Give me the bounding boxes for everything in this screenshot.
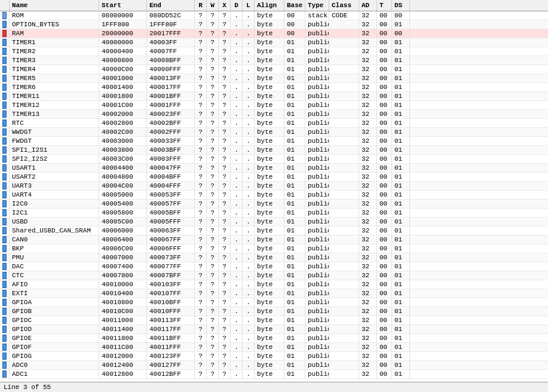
row-class (329, 155, 359, 163)
row-x: ? (219, 182, 231, 190)
row-class (329, 307, 359, 316)
row-l: . (243, 209, 255, 217)
table-row[interactable]: TIMER1240001C0040001FFF???..byte01public… (0, 101, 548, 110)
row-x: ? (219, 65, 231, 74)
header-x[interactable]: X (219, 0, 231, 11)
header-ad[interactable]: AD (359, 0, 377, 11)
row-class (329, 164, 359, 172)
row-class (329, 316, 359, 324)
header-name[interactable]: Name (10, 0, 99, 11)
table-row[interactable]: ADC040012400400127FF???..byte01public320… (0, 361, 548, 370)
table-row[interactable]: ROM08000000080DD52C???..byte00stackCODE3… (0, 11, 548, 20)
row-ad: 32 (359, 343, 377, 351)
row-icon-cell (0, 119, 10, 127)
table-row[interactable]: GPIOC40011000400113FF???..byte01public32… (0, 316, 548, 325)
table-row[interactable]: RAM2000000020017FFF???..byte00public3200… (0, 29, 548, 38)
table-row[interactable]: TIMER540001000400013FF???..byte01public3… (0, 74, 548, 83)
table-row[interactable]: TIMER34000080040008BFF???..byte01public3… (0, 56, 548, 65)
row-l: . (243, 173, 255, 181)
table-body[interactable]: ROM08000000080DD52C???..byte00stackCODE3… (0, 11, 548, 382)
table-row[interactable]: DAC40007400400077FF???..byte01public3200… (0, 262, 548, 271)
table-row[interactable]: TIMER1340002000400023FF???..byte01public… (0, 110, 548, 119)
table-row[interactable]: FWDGT40003000400033FF???..byte01public32… (0, 137, 548, 146)
header-ds[interactable]: DS (392, 0, 410, 11)
row-x: ? (219, 325, 231, 333)
row-ds: 01 (392, 298, 410, 307)
table-row[interactable]: Shared_USBD_CAN_SRAM40006000400063FF???.… (0, 226, 548, 235)
table-row[interactable]: TIMER24000040040007FF???..byte01public32… (0, 47, 548, 56)
row-ad: 32 (359, 307, 377, 316)
header-start[interactable]: Start (99, 0, 147, 11)
table-row[interactable]: CAN040006400400067FF???..byte01public320… (0, 235, 548, 244)
table-row[interactable]: PMU40007000400073FF???..byte01public3200… (0, 253, 548, 262)
row-start: 40012000 (99, 352, 147, 360)
header-end[interactable]: End (147, 0, 195, 11)
header-align[interactable]: Align (255, 0, 284, 11)
header-r[interactable]: R (195, 0, 207, 11)
row-start: 40001800 (99, 92, 147, 100)
table-row[interactable]: SPI1_I2S14000380040003BFF???..byte01publ… (0, 146, 548, 155)
row-w: ? (207, 244, 219, 253)
header-l[interactable]: L (243, 0, 255, 11)
table-row[interactable]: GPIOB40010C0040010FFF???..byte01public32… (0, 307, 548, 316)
table-row[interactable]: UART440005000400053FF???..byte01public32… (0, 191, 548, 200)
row-base: 01 (284, 146, 305, 154)
row-ds: 01 (392, 370, 410, 378)
row-type: public (305, 218, 329, 226)
table-row[interactable]: SPI2_I2S240003C0040003FFF???..byte01publ… (0, 155, 548, 164)
table-row[interactable]: AFIO40010000400103FF???..byte01public320… (0, 280, 548, 289)
row-name: Shared_USBD_CAN_SRAM (10, 226, 99, 235)
header-type[interactable]: Type (305, 0, 329, 11)
table-row[interactable]: WWDGT40002C0040002FFF???..byte01public32… (0, 128, 548, 137)
row-align: byte (255, 307, 284, 316)
row-r: ? (195, 182, 207, 190)
memory-segment-icon (2, 317, 7, 324)
row-align: byte (255, 110, 284, 118)
table-row[interactable]: USART140004400400047FF???..byte01public3… (0, 164, 548, 173)
row-name: AFIO (10, 280, 99, 289)
header-d[interactable]: D (231, 0, 243, 11)
table-row[interactable]: GPIOG40012000400123FF???..byte01public32… (0, 352, 548, 361)
table-row[interactable]: ADC14001280040012BFF???..byte01public320… (0, 370, 548, 379)
row-start: 40004C00 (99, 182, 147, 190)
header-t[interactable]: T (377, 0, 392, 11)
table-row[interactable]: I2C040005400400057FF???..byte01public320… (0, 200, 548, 209)
row-align: byte (255, 191, 284, 199)
table-row[interactable]: GPIOA4001080040010BFF???..byte01public32… (0, 298, 548, 307)
row-base: 01 (284, 280, 305, 289)
table-row[interactable]: UART340004C0040004FFF???..byte01public32… (0, 182, 548, 191)
row-align: byte (255, 164, 284, 172)
row-class (329, 20, 359, 29)
row-end: 400063FF (147, 226, 195, 235)
row-base: 01 (284, 155, 305, 163)
table-row[interactable]: TIMER440000C0040000FFF???..byte01public3… (0, 65, 548, 74)
table-row[interactable]: TIMER14000000040003FF???..byte01public32… (0, 38, 548, 47)
table-row[interactable]: TIMER114000180040001BFF???..byte01public… (0, 92, 548, 101)
row-x: ? (219, 155, 231, 163)
table-row[interactable]: EXTI40010400400107FF???..byte01public320… (0, 289, 548, 298)
table-row[interactable]: OPTION_BYTES1FFF8001FFF80F???..byte00pub… (0, 20, 548, 29)
header-base[interactable]: Base (284, 0, 305, 11)
table-row[interactable]: RTC4000280040002BFF???..byte01public3200… (0, 119, 548, 128)
table-row[interactable]: TIMER640001400400017FF???..byte01public3… (0, 83, 548, 92)
row-ds: 01 (392, 244, 410, 253)
row-icon-cell (0, 235, 10, 244)
row-ds: 01 (392, 343, 410, 351)
row-icon-cell (0, 173, 10, 181)
row-end: 40003FFF (147, 155, 195, 163)
table-row[interactable]: I2C14000580040005BFF???..byte01public320… (0, 209, 548, 218)
table-row[interactable]: GPIOF40011C0040011FFF???..byte01public32… (0, 343, 548, 352)
row-t: 00 (377, 119, 392, 127)
table-row[interactable]: USBD40005C0040005FFF???..byte01public320… (0, 218, 548, 226)
header-w[interactable]: W (207, 0, 219, 11)
row-type: public (305, 128, 329, 136)
table-row[interactable]: GPIOE4001180040011BFF???..byte01public32… (0, 334, 548, 343)
row-base: 00 (284, 11, 305, 20)
row-x: ? (219, 218, 231, 226)
row-type: public (305, 110, 329, 118)
table-row[interactable]: CTC4000780040007BFF???..byte01public3200… (0, 271, 548, 280)
table-row[interactable]: USART24000480040004BFF???..byte01public3… (0, 173, 548, 182)
table-row[interactable]: GPIOD40011400400117FF???..byte01public32… (0, 325, 548, 334)
header-class[interactable]: Class (329, 0, 359, 11)
table-row[interactable]: BKP40006C0040006FFF???..byte01public3200… (0, 244, 548, 253)
